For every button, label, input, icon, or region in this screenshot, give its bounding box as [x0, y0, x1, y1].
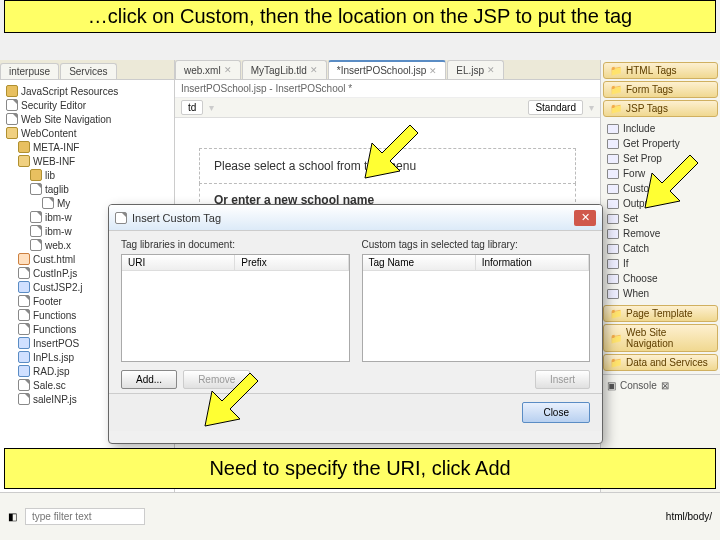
- insert-custom-tag-dialog: Insert Custom Tag ✕ Tag libraries in doc…: [108, 204, 603, 444]
- file-icon: [30, 239, 42, 251]
- taglib-listbox[interactable]: URIPrefix: [121, 254, 350, 362]
- file-icon: [42, 197, 54, 209]
- editor-tabs: web.xml✕MyTagLib.tld✕*InsertPOSchool.jsp…: [175, 60, 600, 80]
- editor-tab-label: web.xml: [184, 65, 221, 76]
- palette-item-when[interactable]: When: [603, 286, 718, 301]
- palette-item-label: When: [623, 288, 649, 299]
- close-icon[interactable]: ✕: [429, 66, 437, 76]
- tree-item-label: Web Site Navigation: [21, 114, 111, 125]
- file-icon: [18, 393, 30, 405]
- editor-tab-label: MyTagLib.tld: [251, 65, 307, 76]
- tree-item-label: ibm-w: [45, 212, 72, 223]
- tree-item-label: JavaScript Resources: [21, 86, 118, 97]
- palette-item-choose[interactable]: Choose: [603, 271, 718, 286]
- jsp-icon: [18, 337, 30, 349]
- editor-tab[interactable]: MyTagLib.tld✕: [242, 60, 327, 79]
- tree-item-label: Cust.html: [33, 254, 75, 265]
- dialog-close-x[interactable]: ✕: [574, 210, 596, 226]
- palette-item-remove[interactable]: Remove: [603, 226, 718, 241]
- editor-tab[interactable]: web.xml✕: [175, 60, 241, 79]
- tree-item-label: taglib: [45, 184, 69, 195]
- editor-tab[interactable]: *InsertPOSchool.jsp✕: [328, 60, 447, 79]
- tree-item[interactable]: lib: [2, 168, 172, 182]
- customtag-list-label: Custom tags in selected tag library:: [362, 239, 591, 250]
- editor-tab-label: EL.jsp: [456, 65, 484, 76]
- palette-item-label: If: [623, 258, 629, 269]
- palette-item-label: Choose: [623, 273, 657, 284]
- collapse-icon[interactable]: ◧: [8, 511, 17, 522]
- tree-item[interactable]: JavaScript Resources: [2, 84, 172, 98]
- svg-marker-2: [205, 373, 258, 426]
- palette-cat-form[interactable]: 📁 Form Tags: [603, 81, 718, 98]
- close-icon[interactable]: ✕: [487, 65, 495, 75]
- col-info[interactable]: Information: [476, 255, 589, 270]
- insert-button[interactable]: Insert: [535, 370, 590, 389]
- palette-cat-data[interactable]: 📁 Data and Services: [603, 354, 718, 371]
- tree-item[interactable]: Security Editor: [2, 98, 172, 112]
- tree-item-label: web.x: [45, 240, 71, 251]
- editor-tab[interactable]: EL.jsp✕: [447, 60, 504, 79]
- close-icon[interactable]: ✕: [310, 65, 318, 75]
- tree-item-label: Security Editor: [21, 100, 86, 111]
- palette-item-get-property[interactable]: Get Property: [603, 136, 718, 151]
- path-indicator: html/body/: [666, 511, 712, 522]
- col-uri[interactable]: URI: [122, 255, 235, 270]
- tab-interpuse[interactable]: interpuse: [0, 63, 59, 79]
- tree-item[interactable]: WebContent: [2, 126, 172, 140]
- palette-cat-nav[interactable]: 📁 Web Site Navigation: [603, 324, 718, 352]
- jsp-tag-icon: [607, 139, 619, 149]
- breadcrumb-style[interactable]: Standard: [528, 100, 583, 115]
- tree-item[interactable]: Web Site Navigation: [2, 112, 172, 126]
- col-prefix[interactable]: Prefix: [235, 255, 348, 270]
- filter-input[interactable]: [25, 508, 145, 525]
- file-icon: [18, 379, 30, 391]
- dialog-icon: [115, 212, 127, 224]
- file-icon: [18, 309, 30, 321]
- tree-item[interactable]: taglib: [2, 182, 172, 196]
- col-tagname[interactable]: Tag Name: [363, 255, 476, 270]
- arrow-annotation-editor: [360, 120, 420, 180]
- jsp-tag-icon: [607, 154, 619, 164]
- jsp-tag-icon: [607, 259, 619, 269]
- close-button[interactable]: Close: [522, 402, 590, 423]
- palette-item-label: Remove: [623, 228, 660, 239]
- palette-item-catch[interactable]: Catch: [603, 241, 718, 256]
- jsp-icon: [18, 351, 30, 363]
- file-icon: [6, 113, 18, 125]
- tree-item-label: saleINP.js: [33, 394, 77, 405]
- editor-tab-label: *InsertPOSchool.jsp: [337, 65, 427, 76]
- file-icon: [18, 267, 30, 279]
- instruction-banner-bottom: Need to specify the URI, click Add: [4, 448, 716, 489]
- palette-item-if[interactable]: If: [603, 256, 718, 271]
- taglib-list-label: Tag libraries in document:: [121, 239, 350, 250]
- palette-item-set[interactable]: Set: [603, 211, 718, 226]
- folder-icon: [30, 169, 42, 181]
- tree-item-label: CustJSP2.j: [33, 282, 82, 293]
- jsp-tag-icon: [607, 244, 619, 254]
- tree-item-label: RAD.jsp: [33, 366, 70, 377]
- tree-item[interactable]: WEB-INF: [2, 154, 172, 168]
- customtag-listbox[interactable]: Tag NameInformation: [362, 254, 591, 362]
- jsp-tag-icon: [607, 274, 619, 284]
- tree-item-label: Footer: [33, 296, 62, 307]
- palette-item-label: Catch: [623, 243, 649, 254]
- tree-item-label: META-INF: [33, 142, 79, 153]
- add-button[interactable]: Add...: [121, 370, 177, 389]
- jsp-tag-icon: [607, 169, 619, 179]
- instruction-banner-top: …click on Custom, then the location on t…: [4, 0, 716, 33]
- tree-item-label: WebContent: [21, 128, 76, 139]
- palette-cat-pagetpl[interactable]: 📁 Page Template: [603, 305, 718, 322]
- palette-item-label: Get Property: [623, 138, 680, 149]
- tab-services[interactable]: Services: [60, 63, 116, 79]
- tree-item[interactable]: META-INF: [2, 140, 172, 154]
- folder-open-icon: [18, 155, 30, 167]
- palette-cat-html[interactable]: 📁 HTML Tags: [603, 62, 718, 79]
- palette-item-include[interactable]: Include: [603, 121, 718, 136]
- close-icon[interactable]: ✕: [224, 65, 232, 75]
- breadcrumb-td[interactable]: td: [181, 100, 203, 115]
- file-icon: [30, 225, 42, 237]
- palette-cat-jsp[interactable]: 📁 JSP Tags: [603, 100, 718, 117]
- file-icon: [30, 211, 42, 223]
- file-icon: [30, 183, 42, 195]
- console-tab[interactable]: ▣ Console ⊠: [601, 378, 720, 393]
